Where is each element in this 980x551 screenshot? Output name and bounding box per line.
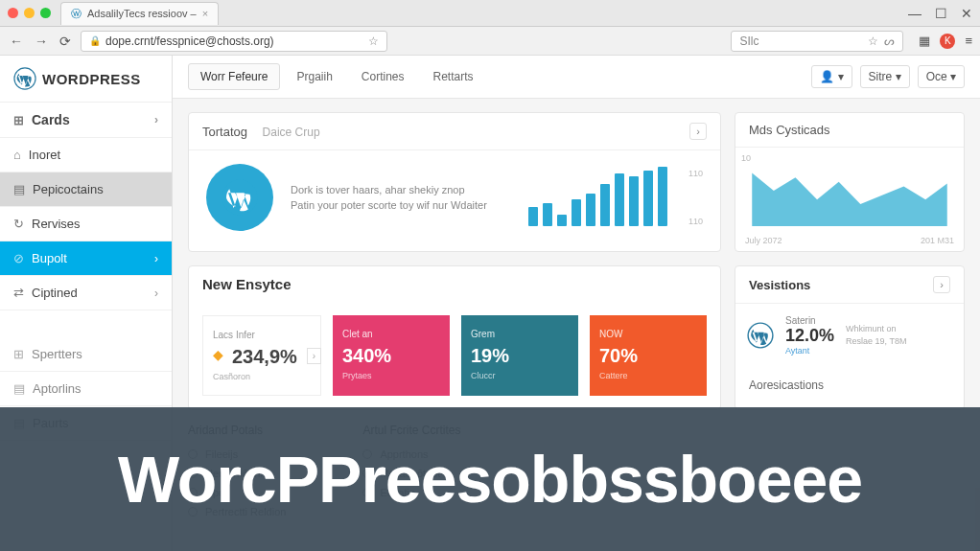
tab-worr-fefeure[interactable]: Worr Fefeure [188, 63, 280, 90]
radio-icon [188, 449, 198, 459]
sidebar-item-inoret[interactable]: ⌂ Inoret [0, 138, 172, 172]
browser-search-field[interactable]: SIlc ☆ ᔕ [731, 31, 903, 52]
profile-button[interactable]: 👤 ▾ [811, 65, 852, 88]
list-item[interactable]: Nercornōonm [188, 464, 286, 483]
sidebar-item-label: Bupolt [32, 251, 67, 265]
sidebar-item-label: Spertters [32, 347, 82, 361]
back-button[interactable]: ← [8, 34, 25, 49]
chevron-right-icon[interactable]: › [307, 348, 321, 364]
area-chart: 10 [735, 148, 964, 234]
list-item[interactable]: Pertrectti Reldion [188, 502, 286, 521]
sidebar: WORDPRESS ⊞ Cards › ⌂ Inoret ▤ Pepicocta… [0, 56, 173, 551]
list-item-label: Upe [205, 487, 224, 498]
url-text: dope.crnt/fesspnice@chosts.org) [105, 34, 274, 48]
sidebar-item-spertters[interactable]: ⊞ Spertters [0, 337, 172, 372]
sidebar-item-ciptined[interactable]: ⇄ Ciptined › [0, 276, 172, 310]
stats-card: New Ensytce Lacs Infer◆234,9%Casñoron›Cl… [188, 265, 721, 410]
reload-button[interactable]: ⟳ [58, 34, 73, 49]
stat-sub: Clet an [342, 329, 440, 339]
summary-subtitle: Daice Crup [263, 126, 320, 139]
list-item[interactable]: Msxaoaōtoot [362, 464, 460, 483]
stat-low: Prytaes [342, 371, 440, 380]
list-icon: ▤ [13, 416, 25, 430]
list-item[interactable]: Eokatie [362, 483, 460, 502]
extension-badge-icon[interactable]: K [940, 34, 955, 49]
stat-value: 19% [471, 345, 569, 367]
brand-logo[interactable]: WORDPRESS [0, 56, 172, 103]
summary-title: Tortatog [202, 125, 247, 139]
y-tick: 10 [741, 153, 751, 163]
stat-low: Cattere [599, 371, 697, 380]
x-tick-right: 201 M31 [921, 236, 954, 245]
store-dropdown[interactable]: Sitre ▾ [860, 65, 910, 88]
store-label: Sitre [869, 70, 893, 83]
maximize-window-icon[interactable] [40, 8, 51, 18]
bar [557, 215, 567, 226]
minimize-window-icon[interactable] [24, 8, 35, 18]
chevron-down-icon: ▾ [896, 70, 901, 83]
forward-button[interactable]: → [33, 34, 50, 49]
sidebar-item-bupolt[interactable]: ⊘ Bupolt › [0, 241, 172, 276]
list-item[interactable]: Upe [188, 483, 286, 502]
sidebar-item-label: Rervises [32, 217, 81, 231]
stat-icon: ◆ [213, 347, 223, 362]
tab-cortines[interactable]: Cortines [349, 63, 417, 90]
list-icon: ▤ [13, 182, 25, 196]
window-minimize-icon[interactable]: — [908, 6, 922, 21]
card-expand-button[interactable]: › [933, 276, 950, 293]
versions-title: Vesistions [749, 278, 810, 292]
sidebar-item-paurts[interactable]: ▤ Paurts [0, 406, 172, 441]
sidebar-item-rervises[interactable]: ↻ Rervises [0, 207, 172, 241]
extension-icon[interactable]: ▦ [919, 34, 930, 48]
stat-value: 70% [599, 345, 697, 367]
list-item[interactable]: Fileeijs [188, 445, 286, 464]
wordpress-logo-icon [747, 322, 774, 349]
chevron-down-icon: ▾ [950, 70, 956, 83]
list-left-title: Aridand Potals [188, 424, 286, 437]
chevron-down-icon: ▾ [838, 70, 844, 83]
sidebar-header-cards[interactable]: ⊞ Cards › [0, 103, 172, 138]
bar [600, 184, 610, 226]
tab-close-icon[interactable]: × [202, 8, 208, 19]
stat-sub: Grem [471, 329, 569, 339]
window-restore-icon[interactable]: ☐ [935, 6, 947, 21]
window-close-icon[interactable]: ✕ [961, 6, 972, 21]
stat-tile[interactable]: Clet an340%Prytaes [333, 315, 450, 396]
stat-value: 340% [342, 345, 440, 367]
list-icon: ▤ [13, 381, 25, 396]
browser-tab[interactable]: ⓦ AdsalilyTecs ressioov – × [60, 2, 219, 25]
bar [629, 176, 639, 226]
card-expand-button[interactable]: › [689, 123, 707, 140]
stat-tile[interactable]: Grem19%Cluccr [461, 315, 578, 396]
oce-dropdown[interactable]: Oce ▾ [918, 65, 965, 88]
browser-titlebar: ⓦ AdsalilyTecs ressioov – × — ☐ ✕ [0, 0, 980, 27]
list-item-label: Msxaoaōtoot [380, 468, 440, 479]
home-icon: ⌂ [13, 148, 21, 162]
metrics-chart-card: Mds Cysticads 10 July 2072 201 M31 [735, 112, 965, 252]
lock-icon: 🔒 [89, 35, 101, 46]
sidebar-item-label: Inoret [29, 148, 60, 162]
stat-tile[interactable]: Lacs Infer◆234,9%Casñoron› [202, 315, 321, 396]
wordpress-favicon-icon: ⓦ [71, 7, 82, 21]
stat-value: 234,9% [213, 346, 311, 368]
tab-rettarts[interactable]: Rettarts [421, 63, 486, 90]
close-window-icon[interactable] [8, 8, 18, 18]
bar [643, 171, 653, 226]
radio-icon [188, 469, 198, 478]
traffic-lights [8, 8, 51, 18]
bookmark-star-icon[interactable]: ☆ [368, 34, 379, 48]
bar-chart [528, 169, 667, 226]
versions-card: Vesistions › Saterin 12.0% Aytant Whkimu… [735, 265, 965, 410]
sidebar-item-aptorlins[interactable]: ▤ Aptorlins [0, 372, 172, 406]
sidebar-item-pepicoctains[interactable]: ▤ Pepicoctains [0, 172, 172, 207]
grid-icon: ⊞ [13, 347, 24, 361]
tab-prgaiih[interactable]: Prgaiih [284, 63, 344, 90]
radio-icon [362, 488, 372, 497]
summary-card: Tortatog Daice Crup › Dork is tover haar… [188, 112, 721, 252]
stat-sub: NOW [599, 329, 697, 339]
wordpress-circle-icon [206, 164, 273, 231]
list-item[interactable]: Apprthons [362, 445, 460, 464]
stat-tile[interactable]: NOW70%Cattere [590, 315, 707, 396]
browser-menu-icon[interactable]: ≡ [965, 34, 972, 48]
url-field[interactable]: 🔒 dope.crnt/fesspnice@chosts.org) ☆ [81, 31, 387, 52]
